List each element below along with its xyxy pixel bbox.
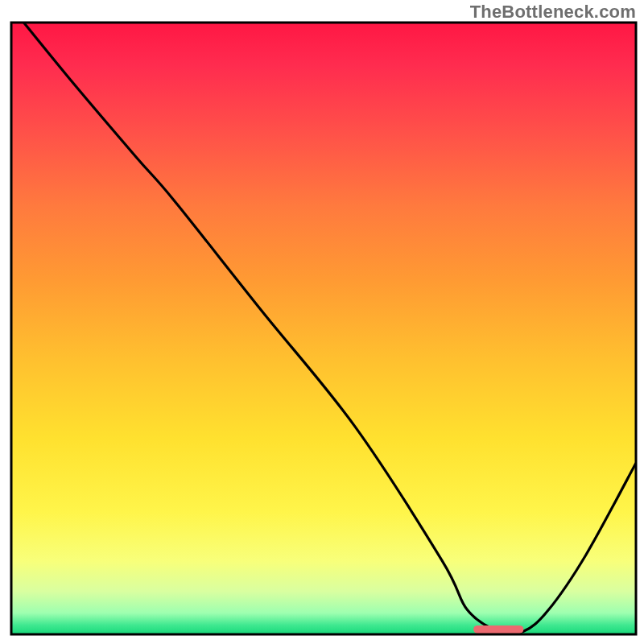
gradient-background [11, 23, 636, 634]
watermark-label: TheBottleneck.com [470, 2, 636, 23]
plot-area [11, 23, 636, 634]
bottleneck-chart [0, 0, 644, 644]
chart-container: TheBottleneck.com [0, 0, 644, 644]
optimal-marker [473, 625, 523, 634]
